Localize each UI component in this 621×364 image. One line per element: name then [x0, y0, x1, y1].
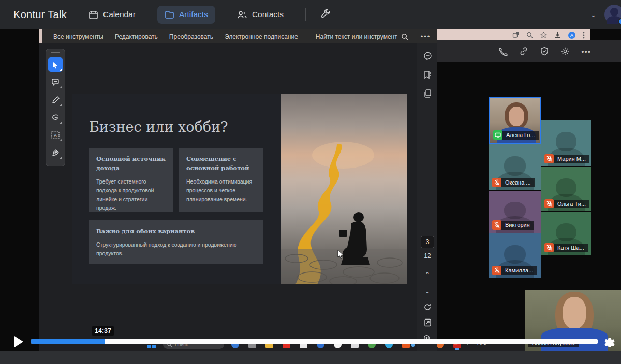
phone-icon[interactable]: [498, 47, 508, 56]
bookmarks-panel-icon[interactable]: [417, 70, 438, 79]
menu-esign[interactable]: Электронное подписание: [225, 33, 298, 40]
slide-box-both: Важно для обоих вариантов Структурирован…: [89, 220, 263, 264]
sign-tool-button[interactable]: [48, 145, 63, 160]
status-dot: [618, 18, 621, 25]
participant-name: Оксана ...: [501, 178, 535, 187]
video-player[interactable]: Все инструменты Редактировать Преобразов…: [0, 29, 621, 351]
mic-off-badge-icon: [492, 266, 501, 275]
meeting-topbar: •••: [437, 40, 621, 62]
text-box-tool-button[interactable]: A: [48, 128, 63, 142]
slide-box-heading: Совмещение с основной работой: [186, 155, 256, 173]
slide-box-body: Структурированный подход к созданию и пр…: [96, 240, 256, 258]
pages-panel-icon[interactable]: [417, 89, 438, 98]
acrobat-search[interactable]: Найти текст или инструмент: [316, 33, 408, 40]
current-page-value: 3: [426, 238, 430, 246]
participant-tile-alena[interactable]: Алёна Го...: [489, 97, 541, 144]
contacts-icon: [237, 10, 247, 20]
browser-profile-avatar[interactable]: A: [568, 32, 575, 39]
rail-drag-handle[interactable]: [51, 52, 60, 53]
participant-name: Камилла...: [501, 266, 537, 275]
tab-contacts[interactable]: Contacts: [230, 6, 291, 24]
meeting-overflow-dots-icon[interactable]: •••: [581, 47, 591, 56]
current-page-input[interactable]: 3: [421, 236, 434, 248]
player-settings-gear-icon[interactable]: [603, 335, 616, 350]
calendar-icon: [88, 10, 98, 20]
avatar-head-shape: [610, 8, 618, 16]
slide-box-heading: Основной источник дохода: [96, 155, 166, 173]
webcam-person-face: [509, 107, 524, 126]
pencil-tool-button[interactable]: [48, 93, 63, 107]
draw-tool-button[interactable]: [48, 110, 63, 125]
user-avatar[interactable]: [604, 5, 621, 24]
comment-tool-button[interactable]: [48, 75, 63, 89]
link-icon[interactable]: [519, 47, 528, 56]
tools-wrench-icon[interactable]: [320, 8, 331, 21]
tab-artifacts-label: Artifacts: [179, 10, 208, 19]
time-tooltip-value: 14:37: [95, 327, 111, 335]
zoom-lens-icon[interactable]: [526, 32, 533, 38]
select-tool-button[interactable]: [48, 57, 63, 72]
acrobat-overflow-menu[interactable]: •••: [421, 33, 431, 40]
folder-icon: [165, 10, 174, 20]
dropdown-corner: [60, 86, 62, 88]
mic-off-badge-icon: [544, 154, 554, 163]
gear-icon[interactable]: [560, 47, 570, 56]
fit-page-icon[interactable]: [417, 318, 438, 327]
page-bottom-strip: [0, 351, 621, 364]
rotate-refresh-icon[interactable]: [417, 303, 438, 311]
participant-name: Виктория: [501, 221, 534, 230]
dropdown-corner: [60, 104, 62, 106]
bookmark-star-icon[interactable]: [540, 32, 547, 38]
slide-artwork-road-image: [281, 94, 407, 284]
mic-off-badge-icon: [544, 199, 554, 208]
next-page-chevron-down[interactable]: ⌄: [417, 287, 438, 295]
dropdown-corner: [60, 139, 62, 141]
participant-name: Алёна Го...: [502, 131, 539, 140]
menu-edit[interactable]: Редактировать: [115, 33, 158, 40]
browser-toolbar-strip: A: [437, 29, 590, 40]
seek-bar[interactable]: [31, 339, 598, 344]
app-logo: Kontur Talk: [13, 9, 67, 21]
search-icon: [401, 33, 408, 40]
acrobat-tool-rail: A: [46, 49, 65, 166]
acrobat-toolbar: Все инструменты Редактировать Преобразов…: [42, 29, 437, 43]
participant-tile-oksana[interactable]: Оксана ...: [489, 144, 541, 190]
share-tab-icon[interactable]: [512, 32, 519, 38]
participant-name: Катя Ша...: [554, 244, 588, 252]
recorded-mouse-cursor: [337, 250, 344, 259]
slide-box-body: Необходима оптимизация процессов и четко…: [186, 177, 256, 204]
tab-calendar-label: Calendar: [103, 10, 136, 19]
top-navbar: Kontur Talk Calendar Artifacts Contacts: [0, 0, 621, 29]
shield-check-icon[interactable]: [540, 47, 549, 56]
cursor-icon: [52, 61, 59, 69]
participant-tile-olga[interactable]: Ольга Ти...: [541, 167, 591, 211]
participant-tile-kamilla[interactable]: Камилла...: [489, 233, 541, 278]
total-pages-label: 12: [417, 252, 438, 260]
menu-convert[interactable]: Преобразовать: [169, 33, 213, 40]
webcam-person-face: [563, 297, 586, 329]
menu-all-tools[interactable]: Все инструменты: [53, 33, 103, 40]
participant-tile-maria[interactable]: Мария М...: [541, 120, 591, 166]
participant-tile-katya[interactable]: Катя Ша...: [541, 212, 591, 255]
play-button[interactable]: [14, 336, 23, 347]
text-box-icon: A: [51, 131, 60, 139]
comments-panel-icon[interactable]: [417, 52, 438, 60]
svg-text:A: A: [54, 133, 57, 138]
download-icon[interactable]: [554, 32, 561, 38]
browser-menu-dots-icon[interactable]: [583, 32, 585, 39]
navbar-divider: [305, 8, 306, 21]
time-tooltip: 14:37: [92, 326, 114, 336]
slide-box-income: Основной источник дохода Требует системн…: [89, 148, 173, 212]
tab-calendar[interactable]: Calendar: [81, 6, 143, 24]
prev-page-chevron-up[interactable]: ⌃: [417, 271, 438, 278]
participant-tile-viktoria[interactable]: Виктория: [489, 191, 541, 233]
slide-box-body: Требует системного подхода к продуктовой…: [96, 177, 166, 213]
chevron-down-icon[interactable]: ⌄: [590, 11, 596, 19]
tab-artifacts[interactable]: Artifacts: [157, 6, 215, 24]
acrobat-search-label: Найти текст или инструмент: [316, 33, 397, 40]
slide-box-heading: Важно для обоих вариантов: [96, 227, 256, 236]
fountain-pen-icon: [52, 149, 60, 157]
tab-contacts-label: Contacts: [252, 10, 284, 19]
comment-icon: [51, 79, 60, 86]
mic-off-badge-icon: [492, 220, 501, 230]
